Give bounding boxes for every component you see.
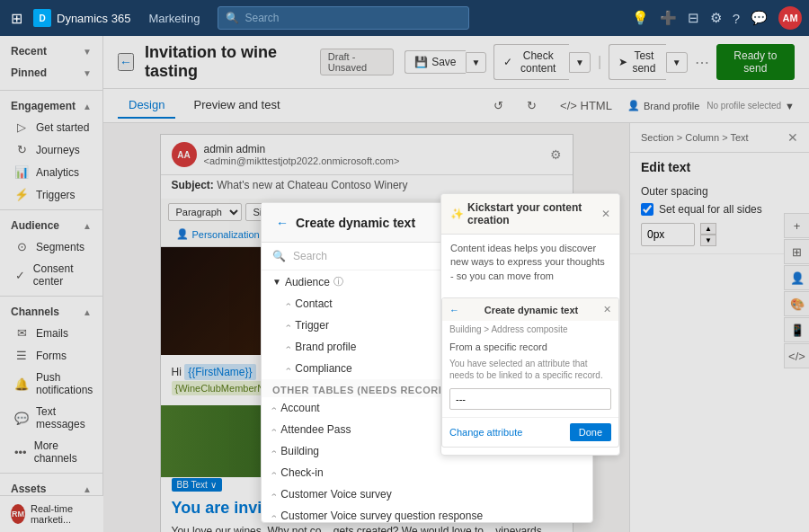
sidebar-recent-header[interactable]: Recent ▼ [0,40,102,61]
sidebar-item-journeys[interactable]: ↻ Journeys [0,138,102,161]
html-edit-button[interactable]: </> [784,343,809,368]
user-avatar[interactable]: AM [778,6,802,30]
spacing-input[interactable] [641,223,695,246]
sidebar-item-triggers[interactable]: ⚡ Triggers [0,183,102,206]
sender-name: admin admin [204,143,400,155]
separator: | [598,54,601,70]
chevron-up-icon: ▲ [83,307,92,317]
segment-icon: ⊙ [14,240,29,253]
more-options-icon[interactable]: ⋯ [695,54,709,71]
email-icon: ✉ [14,326,29,340]
set-equal-checkbox[interactable] [641,203,653,216]
kickstart-close-icon[interactable]: ✕ [601,208,610,220]
redo-button[interactable]: ↻ [519,94,545,117]
back-arrow-icon[interactable]: ← [276,216,289,230]
from-specific-desc: You have selected an attribute that need… [449,358,611,381]
sparkle-icon: ✨ [450,208,464,220]
app-grid-icon[interactable]: ⊞ [7,6,26,31]
spacing-stepper[interactable]: ▲ ▼ [700,223,716,246]
sidebar-item-push[interactable]: 🔔 Push notifications [0,367,102,401]
mobile-button[interactable]: 📱 [784,317,809,342]
test-send-dropdown[interactable]: ▼ [666,52,688,73]
chevron-up-icon: ▲ [83,221,92,231]
sidebar-audience-header[interactable]: Audience ▲ [0,214,102,235]
sidebar-item-text-messages[interactable]: 💬 Text messages [0,401,102,435]
lightbulb-icon[interactable]: 💡 [632,10,649,26]
chevron-right-icon: › [283,367,293,369]
personalization-button[interactable]: 👤 Personalization [168,226,268,243]
customer-voice-question-item[interactable]: › Customer Voice survey question respons… [262,505,592,522]
sidebar-pinned-header[interactable]: Pinned ▼ [0,61,102,83]
feedback-icon[interactable]: 💬 [751,10,768,26]
customer-voice-survey-item[interactable]: › Customer Voice survey [262,483,592,505]
kickstart-body: Content ideas helps you discover new way… [441,235,619,290]
person-button[interactable]: 👤 [784,265,809,290]
sidebar-item-forms[interactable]: ☰ Forms [0,344,102,367]
sidebar-channels-header[interactable]: Channels ▲ [0,300,102,322]
chevron-right-icon: › [283,324,293,326]
spacing-up-button[interactable]: ▲ [700,223,716,235]
checkin-item[interactable]: › Check-in [262,462,592,483]
check-content-button-group: ✓ Check content ▼ [493,44,591,80]
save-dropdown-button[interactable]: ▼ [466,52,487,73]
paper-plane-icon: ➤ [618,56,627,68]
test-send-button-group: ➤ Test send ▼ [609,44,687,80]
chevron-down-icon: ▼ [83,68,92,78]
undo-button[interactable]: ↺ [485,94,511,117]
tab-design[interactable]: Design [118,93,175,119]
spacing-down-button[interactable]: ▼ [700,235,716,246]
kickstart-panel: ✨ Kickstart your content creation ✕ Cont… [440,193,620,456]
invited-body: You love our wines. Why not co... gets c… [172,523,562,532]
change-attribute-button[interactable]: Change attribute [449,423,522,441]
tab-preview[interactable]: Preview and test [182,93,290,119]
sidebar-item-analytics[interactable]: 📊 Analytics [0,161,102,183]
sidebar-item-emails[interactable]: ✉ Emails [0,322,102,344]
filter-icon[interactable]: ⊟ [688,10,699,26]
settings-icon[interactable]: ⚙ [710,10,722,26]
help-icon[interactable]: ? [733,11,740,26]
paragraph-select[interactable]: Paragraph [168,203,242,221]
sidebar-item-get-started[interactable]: ▷ Get started [0,116,102,138]
sidebar-item-consent[interactable]: ✓ Consent center [0,258,102,292]
chevron-right-icon: › [283,302,293,305]
done-button[interactable]: Done [570,423,611,441]
nested-back-icon[interactable]: ← [449,305,459,315]
nested-actions: Change attribute Done [442,417,618,447]
page-status: Draft - Unsaved [320,49,394,75]
nested-close-icon[interactable]: ✕ [603,304,611,315]
sidebar-engagement-header[interactable]: Engagement ▲ [0,94,102,116]
sidebar-item-more-channels[interactable]: ••• More channels [0,435,102,469]
html-button[interactable]: </> HTML [552,94,620,117]
right-panel: Section > Column > Text ✕ Edit text Oute… [629,123,809,532]
settings-icon[interactable]: ⚙ [550,147,562,162]
add-section-button[interactable]: + [784,213,809,238]
style-button[interactable]: 🎨 [784,291,809,316]
add-icon[interactable]: ➕ [660,10,677,26]
check-content-dropdown[interactable]: ▼ [569,52,591,73]
specific-record-input[interactable] [449,388,611,410]
from-specific-label: From a specific record [449,341,611,352]
app-logo: D Dynamics 365 [33,9,130,27]
check-content-button[interactable]: ✓ Check content [493,44,569,80]
save-button-group: 💾 Save ▼ [404,50,486,74]
panel-close-button[interactable]: ✕ [787,130,798,145]
layout-button[interactable]: ⊞ [784,239,809,264]
email-header: AA admin admin <admin@mikttestjotp2022.o… [161,135,573,175]
save-button[interactable]: 💾 Save [404,50,465,74]
nested-body: From a specific record You have selected… [442,338,618,417]
set-equal-checkbox-row: Set equal for all sides [641,203,798,216]
module-name: Marketing [138,12,210,25]
status-badge: Draft - Unsaved [320,49,394,75]
sidebar-item-segments[interactable]: ⊙ Segments [0,235,102,258]
nested-breadcrumb: Building > Address composite [442,321,618,338]
back-button[interactable]: ← [118,53,134,71]
ready-to-send-button[interactable]: Ready to send [716,44,795,80]
search-box[interactable]: 🔍 [218,6,469,30]
sidebar-footer[interactable]: RM Real-time marketi... [0,495,103,532]
person-icon: 👤 [176,228,189,240]
text-selection-indicator[interactable]: BB Text ∨ [172,478,222,492]
sender-avatar: AA [172,142,197,167]
test-send-button[interactable]: ➤ Test send [609,44,666,80]
search-input[interactable] [244,12,461,24]
form-icon: ☰ [14,349,29,362]
